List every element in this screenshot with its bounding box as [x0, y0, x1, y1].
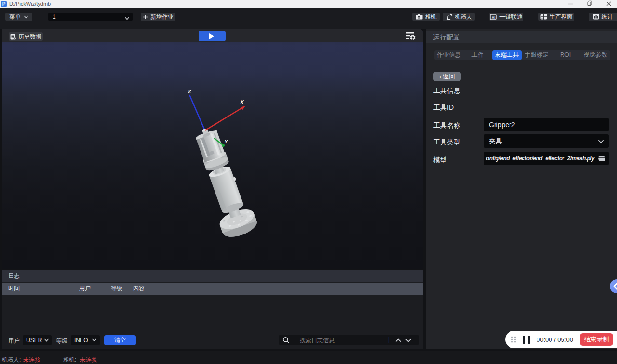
svg-text:Z: Z: [188, 89, 192, 94]
svg-text:AI: AI: [492, 15, 496, 19]
svg-text:Y: Y: [224, 139, 228, 144]
svg-text:X: X: [240, 99, 244, 105]
